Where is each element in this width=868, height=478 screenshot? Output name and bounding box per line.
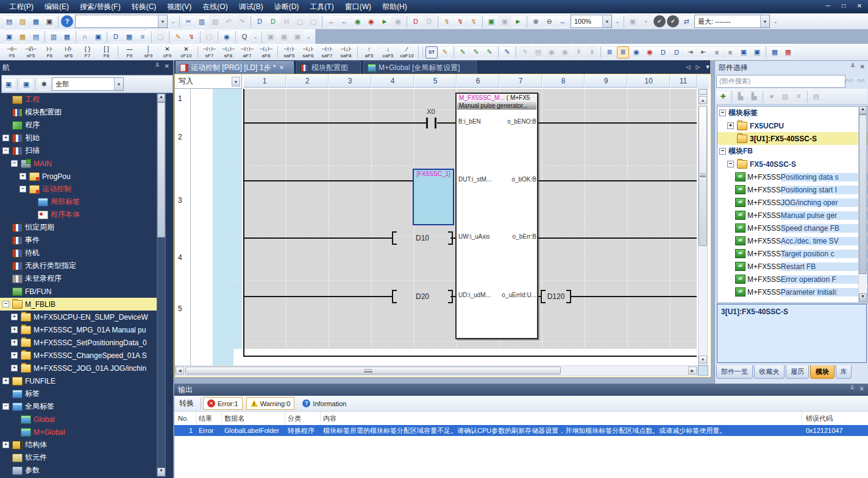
find-ladder-icon[interactable]: ◉ [630, 46, 642, 58]
label-edit-icon[interactable]: ✎ [172, 30, 184, 43]
ladder-symbol-caF5[interactable]: ↓caF5 [379, 44, 397, 60]
function-block[interactable] [455, 93, 538, 339]
device-read2-icon[interactable]: ▢ [294, 15, 306, 27]
scrollbar-thumb[interactable] [859, 114, 867, 274]
toolbar-overflow3-icon[interactable]: ⌄ [772, 15, 779, 27]
toolbar-overflow-icon[interactable]: ⌄ [169, 15, 177, 27]
restore-button[interactable]: □ [838, 1, 850, 11]
scrollbar-split-handle[interactable] [699, 90, 707, 95]
zoom-in-icon[interactable]: ⊕ [530, 15, 542, 27]
tab-module-configuration[interactable]: 模块配置图 [296, 61, 361, 74]
settings-gear-icon[interactable]: ✱ [38, 78, 50, 90]
nav-item[interactable]: +M+FX5SSC_SetPositioningData_0 [0, 336, 157, 349]
delete-item-icon[interactable]: ✕ [792, 91, 805, 103]
insert-row-icon[interactable]: ⇞ [572, 46, 585, 58]
scroll-up-icon[interactable]: ▲ [699, 96, 707, 104]
nav-item[interactable]: +FUNFILE [0, 374, 157, 387]
scroll-down-icon[interactable]: ▼ [699, 356, 707, 364]
menu-item-4[interactable]: 视图(V) [162, 0, 197, 13]
scroll-left-icon[interactable]: ◀ [176, 367, 184, 374]
unit-parameter-icon[interactable]: ▤ [30, 30, 42, 43]
check-program2-icon[interactable]: ✔ [667, 15, 679, 27]
expand-icon[interactable]: + [11, 339, 18, 346]
ladder-symbol-saF5[interactable]: ⊣↑⊦saF5 [280, 44, 299, 60]
ladder-symbol-caF10[interactable]: ∕caF10 [397, 44, 416, 60]
minimize-button[interactable]: ─ [822, 1, 834, 11]
expand-icon[interactable]: + [2, 378, 9, 384]
expand-icon[interactable]: + [11, 326, 18, 333]
collapse-icon[interactable]: − [20, 186, 26, 192]
monitor-stop-icon[interactable]: ▣ [499, 15, 511, 27]
fb-list-item[interactable]: ⇄M+FX5SSPositioning data s [717, 170, 867, 183]
delete-line-icon[interactable]: ⇤ [697, 46, 710, 58]
ladder-symbol-F6[interactable]: ⊦⊦F6 [40, 44, 59, 60]
find-window-icon[interactable]: ▣ [92, 30, 104, 43]
cut-icon[interactable]: ✂ [182, 15, 194, 27]
ladder-symbol-aF5[interactable]: ↑aF5 [360, 44, 379, 60]
device-memory-icon[interactable]: ▦ [123, 30, 135, 43]
tool-gray-icon[interactable]: ▢ [203, 30, 215, 43]
collapse-icon[interactable]: − [2, 147, 9, 154]
close-icon[interactable]: ✕ [859, 385, 864, 392]
device-write-icon[interactable]: D [254, 15, 266, 27]
tab-scroll-left-icon[interactable]: ◁ [684, 63, 692, 71]
edit-table-icon[interactable]: ✎ [501, 46, 513, 58]
selector-tab-4[interactable]: 库 [836, 365, 852, 379]
max-combo[interactable]: 最大: -------▼ [694, 15, 770, 28]
fb-list-item[interactable]: ⇄M+FX5SSPositioning start I [717, 183, 867, 196]
tab-scroll-right-icon[interactable]: ▷ [694, 63, 702, 71]
favorite-star-icon[interactable]: ★ [766, 91, 778, 103]
tab-list-icon[interactable]: ▼ [703, 63, 712, 71]
ladder-symbol-sF8[interactable]: ⊣↓⊢sF8 [219, 44, 238, 60]
inline-st-icon[interactable]: ST [425, 46, 438, 58]
nav-item[interactable]: +M+FX5UCPU-EN_SLMP_DeviceW [0, 311, 157, 323]
save-project-icon[interactable]: ▦ [30, 15, 42, 27]
nav-item[interactable]: Global [0, 413, 157, 426]
selector-tab-3[interactable]: 模块 [810, 365, 834, 379]
paste-icon[interactable]: ▧ [209, 15, 221, 27]
edge-edit-icon[interactable]: ≣ [603, 46, 616, 58]
fb-save-icon[interactable]: ▦ [769, 46, 781, 58]
nav-item[interactable]: FB/FUN [0, 285, 157, 298]
dropdown-arrow-icon[interactable]: ▼ [114, 78, 123, 90]
edit-comment-icon[interactable]: ✎ [439, 46, 451, 58]
pin-icon[interactable]: ╨ [155, 63, 160, 69]
toolbar-overflow-icon[interactable]: ⌄ [252, 30, 259, 43]
close-icon[interactable]: ✕ [165, 63, 169, 69]
ladder-symbol-sF5[interactable]: ⊣/⊢sF5 [21, 44, 40, 60]
select-mode-icon[interactable]: ▣ [738, 46, 750, 58]
horizontal-scrollbar-thumb[interactable] [185, 367, 561, 374]
element-search-dd-icon[interactable]: Q [238, 30, 251, 43]
menu-item-1[interactable]: 编辑(E) [39, 0, 74, 13]
ladder-symbol-F5[interactable]: ⊣⊢F5 [2, 44, 21, 60]
menu-item-5[interactable]: 在线(O) [197, 0, 233, 13]
scroll-up-icon[interactable]: ▲ [157, 94, 165, 102]
transfer-setup-icon[interactable]: ⇄ [680, 15, 692, 27]
nav-item[interactable]: −扫描 [0, 144, 157, 157]
delete-row-icon[interactable]: ⇟ [586, 46, 598, 58]
redo-icon[interactable]: ↷ [236, 15, 248, 27]
print-icon[interactable]: ▣ [43, 15, 55, 27]
collapse-icon[interactable]: − [2, 403, 9, 410]
find-document2-icon[interactable]: ◉ [559, 46, 571, 58]
scroll-up-icon[interactable]: ▲ [859, 106, 867, 114]
online-change3-icon[interactable]: ↯ [468, 15, 480, 27]
selector-tab-0[interactable]: 部件一览 [716, 365, 753, 379]
fb-list-item[interactable]: ⇄M+FX5SSError operation F [717, 273, 867, 286]
scrollbar-thumb[interactable] [157, 102, 165, 237]
nav-item[interactable]: 标签 [0, 387, 157, 400]
expand-icon[interactable]: + [727, 122, 734, 129]
docking-window1-icon[interactable]: ▣ [265, 30, 277, 43]
device-hotkey-icon[interactable]: H [280, 15, 293, 27]
fb-list-item[interactable]: ⇄M+FX5SSAcc./dec. time SV [717, 234, 867, 247]
nav-item[interactable]: +M+FX5SSC_MPG_01A Manual pu [0, 323, 157, 336]
watch-window-icon[interactable]: ▣ [627, 15, 639, 27]
error-filter-button[interactable]: Error:1 [203, 397, 243, 410]
ladder-symbol-saF6[interactable]: ⊣↓⊦saF6 [299, 44, 318, 60]
nav-item[interactable]: 未登录程序 [0, 272, 157, 285]
nav-item[interactable]: 模块配置图 [0, 106, 157, 119]
undo-edit-icon[interactable]: ↰ [519, 46, 531, 58]
online-change-icon[interactable]: ↯ [441, 15, 453, 27]
nav-item[interactable]: 参数 [0, 464, 157, 477]
pin-icon[interactable]: ╨ [851, 63, 855, 70]
